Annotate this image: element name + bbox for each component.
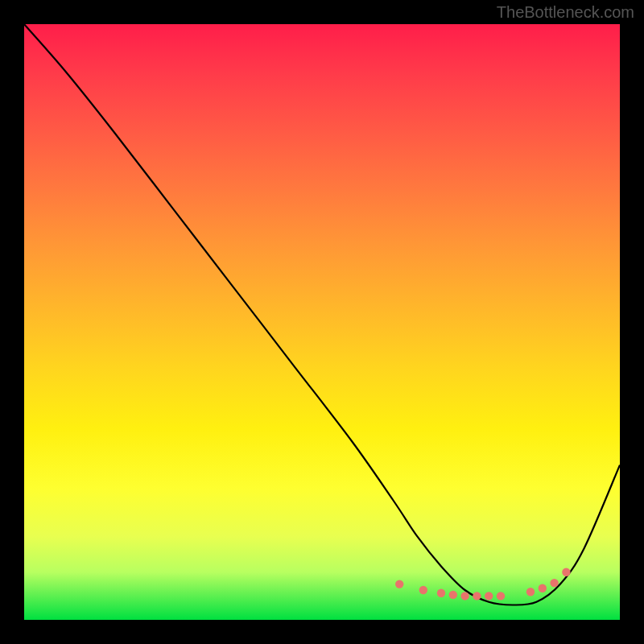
highlight-dot (497, 592, 505, 600)
chart-plot-area (24, 24, 620, 620)
highlight-dot (539, 584, 547, 592)
watermark-text: TheBottleneck.com (497, 3, 634, 22)
chart-highlight-dots (395, 568, 571, 601)
highlight-dot (550, 579, 558, 587)
chart-curve-line (24, 24, 620, 605)
highlight-dot (460, 592, 469, 600)
highlight-dot (449, 591, 457, 599)
highlight-dot (395, 580, 403, 588)
highlight-dot (526, 588, 535, 596)
highlight-dot (562, 568, 570, 576)
highlight-dot (473, 592, 481, 600)
highlight-dot (419, 586, 427, 594)
highlight-dot (485, 592, 493, 600)
chart-svg (24, 24, 620, 620)
highlight-dot (437, 589, 445, 597)
